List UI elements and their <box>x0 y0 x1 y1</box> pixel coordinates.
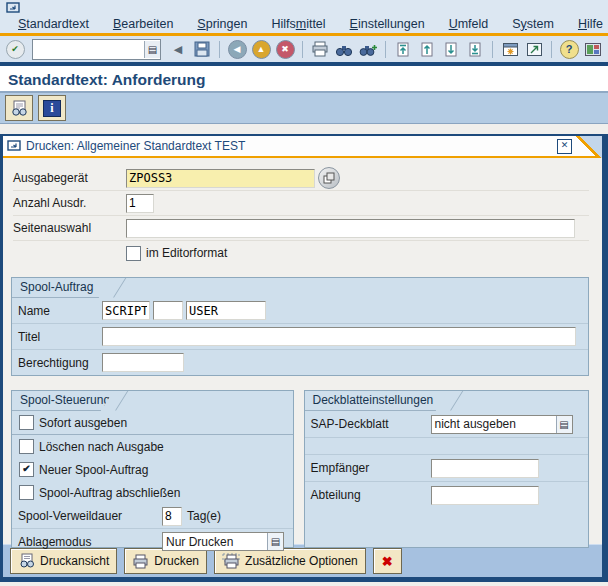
find-next-button[interactable] <box>357 38 379 60</box>
new-spool-request-checkbox[interactable]: ✔ <box>19 462 34 477</box>
sap-window: Standardtext Bearbeiten Springen Hilfsmi… <box>0 0 608 586</box>
close-spool-request-row: Spool-Auftrag abschließen <box>12 481 293 504</box>
dialog-body: Ausgabegerät Anzahl Ausdr. Seitenauswahl <box>3 158 602 544</box>
command-input[interactable] <box>33 41 144 58</box>
output-device-label: Ausgabegerät <box>13 171 126 185</box>
exit-button[interactable]: ▲ <box>250 38 272 60</box>
output-device-matchcode-button[interactable] <box>318 167 340 189</box>
sap-cover-label: SAP-Deckblatt <box>311 417 431 431</box>
spool-title-input[interactable] <box>102 327 576 346</box>
retention-row: Spool-Verweildauer Tag(e) <box>12 504 293 529</box>
find-next-icon <box>359 42 377 57</box>
sap-cover-dropdown-icon[interactable]: ▤ <box>556 416 572 433</box>
print-button[interactable] <box>309 38 331 60</box>
menu-umfeld[interactable]: Umfeld <box>449 17 489 31</box>
customize-layout-icon <box>584 42 602 57</box>
storage-mode-row: Ablagemodus Nur Drucken ▤ <box>12 529 293 554</box>
first-page-icon <box>396 41 410 57</box>
spool-authorization-label: Berechtigung <box>18 356 102 370</box>
spool-title-label: Titel <box>18 330 102 344</box>
menu-bearbeiten[interactable]: Bearbeiten <box>113 17 173 31</box>
page-selection-label: Seitenauswahl <box>13 221 126 235</box>
additional-options-button-label: Zusätzliche Optionen <box>245 554 358 568</box>
create-shortcut-button[interactable] <box>523 38 545 60</box>
toolbar-separator <box>551 41 552 58</box>
sap-cover-select[interactable]: nicht ausgeben ▤ <box>431 415 573 434</box>
collapse-toolbar-button[interactable]: ◀ <box>167 38 189 60</box>
recipient-label: Empfänger <box>311 461 431 475</box>
menu-system[interactable]: System <box>512 17 554 31</box>
page-down-icon <box>444 41 458 57</box>
find-icon <box>335 42 353 57</box>
delete-after-output-label: Löschen nach Ausgabe <box>39 440 164 454</box>
save-button[interactable] <box>191 38 213 60</box>
copies-label: Anzahl Ausdr. <box>13 196 126 210</box>
new-session-button[interactable] <box>499 38 521 60</box>
menu-springen[interactable]: Springen <box>197 17 247 31</box>
copies-input[interactable] <box>126 194 154 213</box>
find-button[interactable] <box>333 38 355 60</box>
cancel-dialog-button[interactable]: ✖ <box>373 548 402 574</box>
sap-cover-row: SAP-Deckblatt nicht ausgeben ▤ <box>305 411 588 438</box>
dialog-title: Drucken: Allgemeiner Standardtext TEST <box>26 139 245 153</box>
save-icon <box>193 40 211 58</box>
enter-button[interactable]: ✔ <box>4 38 26 60</box>
print-icon <box>311 41 329 57</box>
spool-name-part1-input[interactable] <box>102 301 150 320</box>
dialog-titlebar[interactable]: Drucken: Allgemeiner Standardtext TEST ✕ <box>3 136 602 156</box>
command-field[interactable]: ▤ <box>32 39 161 60</box>
back-button[interactable]: ◀ <box>226 38 248 60</box>
immediate-output-label: Sofort ausgeben <box>39 416 127 430</box>
menu-einstellungen[interactable]: Einstellungen <box>350 17 425 31</box>
last-page-button[interactable] <box>464 38 486 60</box>
print-preview-button[interactable] <box>5 95 33 121</box>
spool-authorization-input[interactable] <box>102 353 184 372</box>
close-spool-request-label: Spool-Auftrag abschließen <box>39 486 180 500</box>
editor-format-checkbox[interactable] <box>126 246 141 261</box>
page-selection-input[interactable] <box>126 219 575 238</box>
create-shortcut-icon <box>526 42 543 57</box>
close-spool-request-checkbox[interactable] <box>19 485 34 500</box>
spool-name-part2-input[interactable] <box>153 301 183 320</box>
dialog-columns: Spool-Steuerung Sofort ausgeben Löschen … <box>11 390 589 548</box>
page-selection-row: Seitenauswahl <box>13 216 589 241</box>
recipient-input[interactable] <box>431 459 539 478</box>
menu-standardtext[interactable]: Standardtext <box>18 17 89 31</box>
customize-layout-button[interactable] <box>582 38 604 60</box>
print-dialog: Drucken: Allgemeiner Standardtext TEST ✕… <box>0 134 608 582</box>
help-button[interactable]: ? <box>558 38 580 60</box>
delete-after-output-checkbox[interactable] <box>19 439 34 454</box>
dialog-close-button[interactable]: ✕ <box>557 139 572 154</box>
new-spool-request-label: Neuer Spool-Auftrag <box>39 463 148 477</box>
toolbar-separator <box>219 41 220 58</box>
page-up-icon <box>420 41 434 57</box>
spool-control-group-title: Spool-Steuerung <box>12 391 112 411</box>
spool-name-part3-input[interactable] <box>186 301 266 320</box>
cancel-button[interactable]: ✖ <box>274 38 296 60</box>
matchcode-icon <box>323 172 335 184</box>
storage-mode-select[interactable]: Nur Drucken ▤ <box>162 532 284 551</box>
sap-system-menu-icon[interactable] <box>6 2 21 13</box>
immediate-output-checkbox[interactable] <box>19 415 34 430</box>
editor-format-row: im Editorformat <box>126 243 602 263</box>
print-preview-icon <box>18 553 35 569</box>
spool-name-row: Name <box>12 298 588 324</box>
menu-hilfe[interactable]: Hilfe <box>578 17 603 31</box>
menu-hilfsmittel[interactable]: Hilfsmittel <box>271 17 325 31</box>
print-preview-button-label: Druckansicht <box>40 554 109 568</box>
page-up-button[interactable] <box>416 38 438 60</box>
first-page-button[interactable] <box>392 38 414 60</box>
output-device-input[interactable] <box>126 169 315 188</box>
retention-input[interactable] <box>162 507 182 526</box>
department-label: Abteilung <box>311 488 431 502</box>
immediate-output-row: Sofort ausgeben <box>12 411 293 435</box>
cancel-x-icon: ✖ <box>382 554 393 569</box>
info-button[interactable]: i <box>38 95 66 121</box>
storage-mode-dropdown-icon[interactable]: ▤ <box>267 533 283 550</box>
department-input[interactable] <box>431 486 539 505</box>
new-session-icon <box>502 42 519 57</box>
page-down-button[interactable] <box>440 38 462 60</box>
output-device-row: Ausgabegerät <box>13 166 589 191</box>
command-history-dropdown-icon[interactable]: ▤ <box>144 41 160 58</box>
dialog-window-icon <box>7 140 21 152</box>
